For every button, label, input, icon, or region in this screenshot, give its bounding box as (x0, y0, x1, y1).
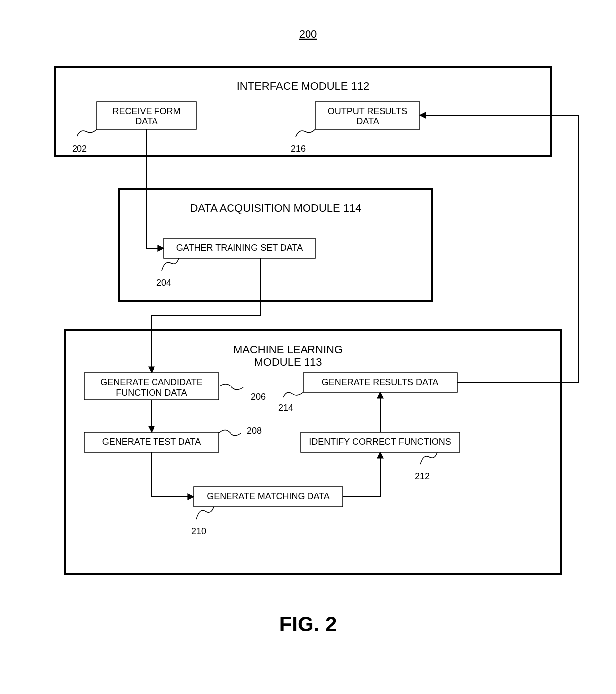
ref-206: 206 (251, 392, 266, 402)
figure-caption: FIG. 2 (279, 613, 337, 636)
data-acq-module-title: DATA ACQUISITION MODULE 114 (190, 202, 361, 214)
gen-candidate-l2: FUNCTION DATA (116, 388, 187, 398)
ref-208-squiggle (219, 430, 241, 435)
output-results-data-l1: OUTPUT RESULTS (328, 106, 407, 116)
ref-214-squiggle (283, 392, 303, 397)
ref-208: 208 (247, 426, 262, 436)
ref-212: 212 (415, 471, 430, 481)
receive-form-data-l1: RECEIVE FORM (112, 106, 180, 116)
gen-candidate-l1: GENERATE CANDIDATE (100, 377, 202, 387)
ref-202: 202 (72, 144, 87, 154)
identify-label: IDENTIFY CORRECT FUNCTIONS (309, 437, 451, 447)
ref-202-squiggle (77, 129, 97, 137)
ml-module-title-1: MACHINE LEARNING (233, 343, 343, 356)
ref-210: 210 (191, 526, 206, 536)
gen-results-label: GENERATE RESULTS DATA (322, 377, 439, 387)
gen-match-label: GENERATE MATCHING DATA (207, 491, 330, 501)
ml-module-title-2: MODULE 113 (254, 356, 322, 368)
output-results-data-l2: DATA (356, 116, 379, 126)
figure-2-diagram: 200 INTERFACE MODULE 112 RECEIVE FORM DA… (0, 0, 616, 694)
gather-training-label: GATHER TRAINING SET DATA (176, 243, 303, 253)
ref-210-squiggle (196, 507, 214, 519)
ref-216-squiggle (296, 129, 315, 137)
ref-216: 216 (291, 144, 306, 154)
arrow-208-to-210 (152, 452, 194, 497)
ref-204-squiggle (162, 258, 179, 271)
ref-214: 214 (278, 403, 293, 413)
interface-module-title: INTERFACE MODULE 112 (237, 80, 370, 92)
ref-212-squiggle (420, 452, 437, 464)
arrow-214-to-216 (420, 115, 579, 383)
ref-204: 204 (156, 278, 171, 288)
receive-form-data-l2: DATA (135, 116, 157, 126)
gen-test-label: GENERATE TEST DATA (102, 437, 201, 447)
ref-206-squiggle (219, 384, 243, 390)
arrow-210-to-212 (343, 452, 380, 497)
page-ref: 200 (299, 28, 317, 40)
